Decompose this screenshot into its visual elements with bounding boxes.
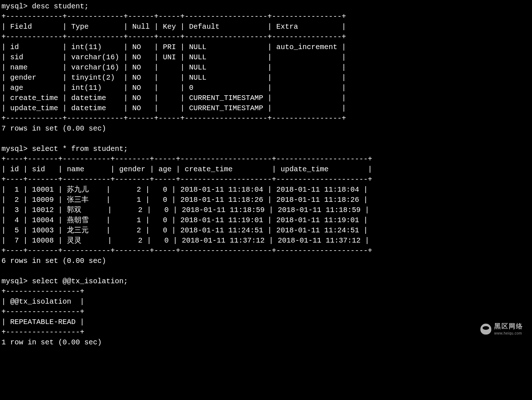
table-row: | sid | varchar(16) | NO | UNI | NULL | …: [1, 53, 346, 61]
command-select: select * from student;: [32, 145, 128, 153]
select-border: +----+-------+-----------+--------+-----…: [1, 155, 372, 163]
select-header-row: | id | sid | name | gender | age | creat…: [1, 165, 372, 173]
table-row: | id | int(11) | NO | PRI | NULL | auto_…: [1, 43, 346, 51]
command-isolation: select @@tx_isolation;: [32, 277, 128, 285]
table-row: | REPEATABLE-READ |: [1, 318, 84, 326]
select-border: +----+-------+-----------+--------+-----…: [1, 247, 372, 255]
table-row: | age | int(11) | NO | | 0 | |: [1, 84, 346, 92]
watermark: 黑区网络 www.heiqu.com: [480, 322, 523, 336]
command-desc: desc student;: [32, 2, 89, 11]
desc-border: +-------------+-------------+------+----…: [1, 33, 346, 41]
table-row: | 1 | 10001 | 苏九儿 | 2 | 0 | 2018-01-11 1…: [1, 185, 368, 194]
desc-border: +-------------+-------------+------+----…: [1, 12, 346, 21]
prompt: mysql>: [1, 2, 28, 11]
table-row: | name | varchar(16) | NO | | NULL | |: [1, 63, 346, 72]
iso-border: +-----------------+: [1, 308, 84, 316]
table-row: | gender | tinyint(2) | NO | | NULL | |: [1, 73, 346, 82]
iso-summary: 1 row in set (0.00 sec): [1, 338, 102, 347]
select-border: +----+-------+-----------+--------+-----…: [1, 175, 372, 184]
table-row: | 4 | 10004 | 燕朝雪 | 1 | 0 | 2018-01-11 1…: [1, 216, 368, 224]
iso-border: +-----------------+: [1, 287, 84, 296]
desc-header-row: | Field | Type | Null | Key | Default | …: [1, 23, 346, 31]
table-row: | 7 | 10008 | 灵灵 | 2 | 0 | 2018-01-11 11…: [1, 236, 369, 245]
table-row: | 3 | 10012 | 郭双 | 2 | 0 | 2018-01-11 11…: [1, 206, 369, 214]
table-row: | 2 | 10009 | 张三丰 | 1 | 0 | 2018-01-11 1…: [1, 196, 368, 204]
mushroom-icon: [480, 324, 491, 335]
prompt: mysql>: [1, 145, 28, 153]
prompt: mysql>: [1, 277, 28, 285]
table-row: | 5 | 10003 | 龙三元 | 2 | 0 | 2018-01-11 1…: [1, 226, 368, 235]
table-row: | create_time | datetime | NO | | CURREN…: [1, 94, 346, 102]
iso-border: +-----------------+: [1, 328, 84, 336]
watermark-title: 黑区网络: [494, 322, 523, 331]
table-row: | update_time | datetime | NO | | CURREN…: [1, 104, 346, 112]
select-summary: 6 rows in set (0.00 sec): [1, 257, 106, 265]
terminal-output: mysql> desc student; +-------------+----…: [0, 0, 532, 348]
desc-border: +-------------+-------------+------+----…: [1, 114, 346, 123]
iso-header-row: | @@tx_isolation |: [1, 297, 84, 306]
desc-summary: 7 rows in set (0.00 sec): [1, 124, 106, 133]
watermark-url: www.heiqu.com: [494, 331, 523, 336]
